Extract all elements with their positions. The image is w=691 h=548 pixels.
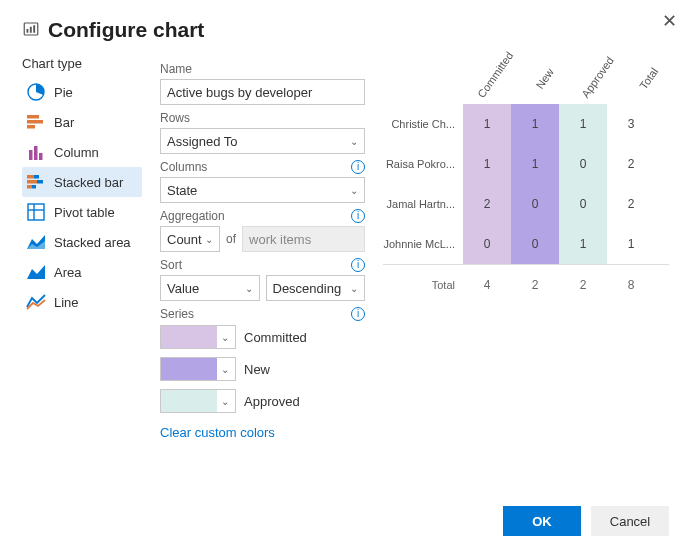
- chart-settings-panel: Name Rows Assigned To ⌄ Columns i State …: [160, 56, 365, 440]
- area-icon: [26, 262, 46, 282]
- chart-type-column[interactable]: Column: [22, 137, 142, 167]
- chart-type-label: Line: [54, 295, 79, 310]
- sort-direction-select[interactable]: Descending ⌄: [266, 275, 366, 301]
- svg-rect-6: [27, 120, 43, 124]
- sort-direction-value: Descending: [273, 281, 342, 296]
- preview-cell: 2: [463, 184, 511, 224]
- configure-chart-dialog: ✕ Configure chart Chart type Pie: [0, 0, 691, 440]
- svg-rect-3: [33, 25, 35, 33]
- chart-config-icon: [22, 20, 40, 41]
- preview-cell: 0: [559, 184, 607, 224]
- dialog-title: Configure chart: [48, 18, 204, 42]
- preview-cell: 1: [559, 224, 607, 264]
- dialog-footer: OK Cancel: [503, 506, 669, 536]
- stacked-area-icon: [26, 232, 46, 252]
- preview-row-name: Jamal Hartn...: [383, 198, 463, 210]
- chart-type-stacked-area[interactable]: Stacked area: [22, 227, 142, 257]
- svg-rect-16: [32, 185, 36, 189]
- info-icon[interactable]: i: [351, 307, 365, 321]
- rows-select[interactable]: Assigned To ⌄: [160, 128, 365, 154]
- clear-custom-colors-link[interactable]: Clear custom colors: [160, 425, 275, 440]
- preview-row: Johnnie McL... 0 0 1 1: [383, 224, 669, 264]
- aggregation-label: Aggregation: [160, 209, 225, 223]
- chart-type-title: Chart type: [22, 56, 142, 71]
- chevron-down-icon: ⌄: [205, 234, 213, 245]
- aggregation-target: work items: [242, 226, 365, 252]
- close-icon[interactable]: ✕: [658, 6, 681, 36]
- aggregation-of: of: [226, 232, 236, 246]
- chevron-down-icon: ⌄: [221, 364, 229, 375]
- preview-cell: 0: [559, 144, 607, 184]
- preview-cell: 1: [463, 144, 511, 184]
- cancel-button[interactable]: Cancel: [591, 506, 669, 536]
- chart-type-label: Bar: [54, 115, 74, 130]
- preview-column-header: New: [527, 57, 562, 100]
- name-label: Name: [160, 62, 365, 76]
- chevron-down-icon: ⌄: [350, 283, 358, 294]
- series-color-select[interactable]: ⌄: [160, 325, 236, 349]
- chevron-down-icon: ⌄: [245, 283, 253, 294]
- rows-label: Rows: [160, 111, 365, 125]
- preview-row-name: Christie Ch...: [383, 118, 463, 130]
- sort-by-select[interactable]: Value ⌄: [160, 275, 260, 301]
- series-color-select[interactable]: ⌄: [160, 389, 236, 413]
- preview-row-total: 2: [607, 144, 655, 184]
- series-color-select[interactable]: ⌄: [160, 357, 236, 381]
- svg-rect-8: [29, 150, 33, 160]
- columns-label: Columns: [160, 160, 207, 174]
- line-icon: [26, 292, 46, 312]
- preview-total-cell: 8: [607, 265, 655, 304]
- info-icon[interactable]: i: [351, 160, 365, 174]
- sort-label: Sort: [160, 258, 182, 272]
- columns-select[interactable]: State ⌄: [160, 177, 365, 203]
- aggregation-select[interactable]: Count ⌄: [160, 226, 220, 252]
- series-name: Approved: [244, 394, 300, 409]
- preview-cell: 0: [511, 224, 559, 264]
- chart-type-label: Column: [54, 145, 99, 160]
- svg-rect-15: [27, 185, 32, 189]
- chart-type-pivot-table[interactable]: Pivot table: [22, 197, 142, 227]
- svg-rect-1: [27, 29, 29, 33]
- chart-type-bar[interactable]: Bar: [22, 107, 142, 137]
- chart-preview-panel: Committed New Approved Total Christie Ch…: [383, 56, 669, 440]
- series-color-swatch: [161, 390, 217, 412]
- ok-button[interactable]: OK: [503, 506, 581, 536]
- preview-column-header: Committed: [475, 57, 510, 100]
- info-icon[interactable]: i: [351, 258, 365, 272]
- series-item: ⌄ New: [160, 357, 365, 381]
- svg-rect-14: [37, 180, 43, 184]
- preview-cell: 0: [511, 184, 559, 224]
- chart-type-area[interactable]: Area: [22, 257, 142, 287]
- svg-rect-11: [27, 175, 34, 179]
- preview-cell: 1: [463, 104, 511, 144]
- info-icon[interactable]: i: [351, 209, 365, 223]
- chevron-down-icon: ⌄: [350, 185, 358, 196]
- stacked-bar-icon: [26, 172, 46, 192]
- chart-type-line[interactable]: Line: [22, 287, 142, 317]
- series-item: ⌄ Committed: [160, 325, 365, 349]
- preview-cell: 0: [463, 224, 511, 264]
- series-name: New: [244, 362, 270, 377]
- sort-by-value: Value: [167, 281, 199, 296]
- preview-cell: 1: [511, 144, 559, 184]
- series-name: Committed: [244, 330, 307, 345]
- chart-type-stacked-bar[interactable]: Stacked bar: [22, 167, 142, 197]
- preview-row-name: Raisa Pokro...: [383, 158, 463, 170]
- chart-type-label: Pivot table: [54, 205, 115, 220]
- series-color-swatch: [161, 326, 217, 348]
- chart-type-pie[interactable]: Pie: [22, 77, 142, 107]
- preview-cell: 1: [511, 104, 559, 144]
- preview-total-row: Total 4 2 2 8: [383, 264, 669, 304]
- svg-rect-2: [30, 26, 32, 32]
- preview-row-name: Johnnie McL...: [383, 238, 463, 250]
- name-input[interactable]: [160, 79, 365, 105]
- preview-total-label: Total: [383, 279, 463, 291]
- preview-row: Jamal Hartn... 2 0 0 2: [383, 184, 669, 224]
- svg-rect-12: [34, 175, 39, 179]
- preview-total-cell: 4: [463, 265, 511, 304]
- column-icon: [26, 142, 46, 162]
- preview-cell: 1: [559, 104, 607, 144]
- svg-rect-7: [27, 125, 35, 129]
- svg-rect-10: [39, 153, 43, 160]
- preview-row-total: 3: [607, 104, 655, 144]
